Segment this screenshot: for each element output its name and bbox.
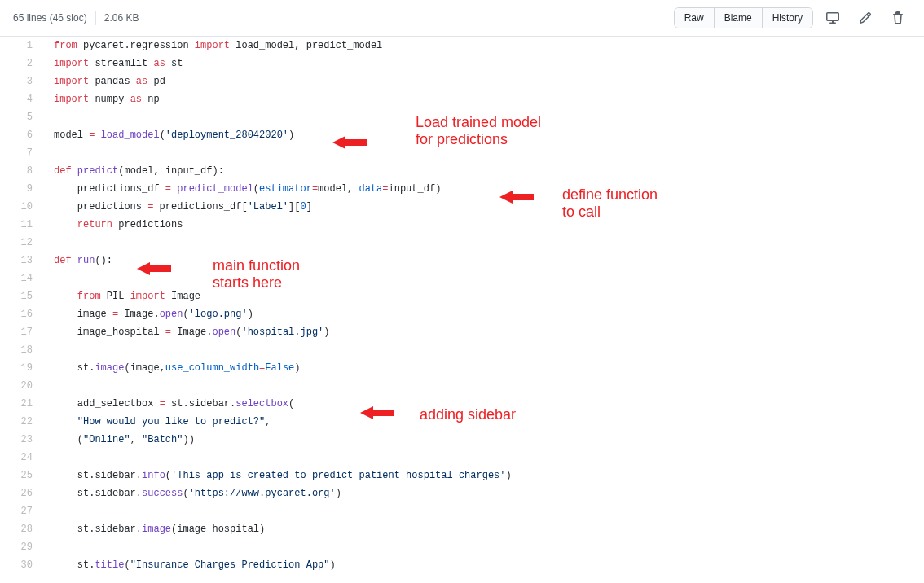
code-line: 29 bbox=[0, 538, 924, 556]
blame-button[interactable]: Blame bbox=[715, 8, 763, 28]
line-content[interactable]: predictions_df = predict_model(estimator… bbox=[41, 180, 441, 198]
line-number[interactable]: 30 bbox=[0, 556, 41, 574]
line-content[interactable] bbox=[41, 538, 54, 556]
line-content[interactable]: st.sidebar.success('https://www.pycaret.… bbox=[41, 484, 341, 502]
line-number[interactable]: 2 bbox=[0, 55, 41, 72]
code-line: 19 st.image(image,use_column_width=False… bbox=[0, 359, 924, 377]
code-line: 27 bbox=[0, 502, 924, 520]
line-number[interactable]: 1 bbox=[0, 37, 41, 55]
code-line: 20 bbox=[0, 377, 924, 395]
line-number[interactable]: 7 bbox=[0, 144, 41, 162]
line-content[interactable]: st.sidebar.image(image_hospital) bbox=[41, 520, 265, 538]
code-line: 3import pandas as pd bbox=[0, 72, 924, 90]
line-content[interactable] bbox=[41, 502, 54, 520]
line-count: 65 lines (46 sloc) bbox=[13, 12, 87, 24]
line-number[interactable]: 18 bbox=[0, 341, 41, 359]
line-content[interactable]: st.title("Insurance Charges Prediction A… bbox=[41, 556, 336, 574]
code-line: 26 st.sidebar.success('https://www.pycar… bbox=[0, 484, 924, 502]
line-number[interactable]: 25 bbox=[0, 467, 41, 484]
line-content[interactable] bbox=[41, 234, 54, 252]
line-content[interactable]: ("Online", "Batch")) bbox=[41, 431, 195, 449]
divider bbox=[95, 11, 96, 25]
line-content[interactable] bbox=[41, 108, 54, 126]
line-content[interactable]: image_hospital = Image.open('hospital.jp… bbox=[41, 323, 330, 341]
line-number[interactable]: 15 bbox=[0, 287, 41, 305]
line-number[interactable]: 13 bbox=[0, 252, 41, 270]
code-line: 18 bbox=[0, 341, 924, 359]
line-number[interactable]: 6 bbox=[0, 126, 41, 144]
pencil-icon[interactable] bbox=[852, 7, 878, 29]
line-content[interactable] bbox=[41, 270, 54, 287]
line-content[interactable] bbox=[41, 144, 54, 162]
line-number[interactable]: 14 bbox=[0, 270, 41, 287]
line-number[interactable]: 8 bbox=[0, 162, 41, 180]
line-content[interactable]: from PIL import Image bbox=[41, 287, 200, 305]
line-content[interactable]: import streamlit as st bbox=[41, 55, 183, 72]
line-number[interactable]: 26 bbox=[0, 484, 41, 502]
line-content[interactable]: st.image(image,use_column_width=False) bbox=[41, 359, 301, 377]
line-content[interactable]: return predictions bbox=[41, 216, 183, 234]
line-number[interactable]: 20 bbox=[0, 377, 41, 395]
line-number[interactable]: 10 bbox=[0, 198, 41, 216]
code-viewer: 1from pycaret.regression import load_mod… bbox=[0, 37, 924, 574]
code-line: 24 bbox=[0, 449, 924, 467]
file-info: 65 lines (46 sloc) 2.06 KB bbox=[13, 11, 139, 25]
code-line: 16 image = Image.open('logo.png') bbox=[0, 305, 924, 323]
line-number[interactable]: 24 bbox=[0, 449, 41, 467]
code-line: 21 add_selectbox = st.sidebar.selectbox( bbox=[0, 395, 924, 413]
code-line: 12 bbox=[0, 234, 924, 252]
code-line: 8def predict(model, input_df): bbox=[0, 162, 924, 180]
line-number[interactable]: 12 bbox=[0, 234, 41, 252]
line-content[interactable]: predictions = predictions_df['Label'][0] bbox=[41, 198, 312, 216]
line-number[interactable]: 29 bbox=[0, 538, 41, 556]
line-content[interactable]: import pandas as pd bbox=[41, 72, 165, 90]
line-content[interactable]: def predict(model, input_df): bbox=[41, 162, 224, 180]
code-line: 17 image_hospital = Image.open('hospital… bbox=[0, 323, 924, 341]
code-line: 22 "How would you like to predict?", bbox=[0, 413, 924, 431]
line-number[interactable]: 11 bbox=[0, 216, 41, 234]
desktop-icon[interactable] bbox=[820, 7, 846, 29]
code-line: 28 st.sidebar.image(image_hospital) bbox=[0, 520, 924, 538]
line-content[interactable]: model = load_model('deployment_28042020'… bbox=[41, 126, 294, 144]
code-line: 15 from PIL import Image bbox=[0, 287, 924, 305]
line-number[interactable]: 23 bbox=[0, 431, 41, 449]
raw-button[interactable]: Raw bbox=[675, 8, 715, 28]
code-line: 4import numpy as np bbox=[0, 90, 924, 108]
line-number[interactable]: 27 bbox=[0, 502, 41, 520]
line-content[interactable] bbox=[41, 449, 54, 467]
button-group: Raw Blame History bbox=[674, 7, 813, 28]
line-content[interactable] bbox=[41, 341, 54, 359]
line-number[interactable]: 16 bbox=[0, 305, 41, 323]
line-number[interactable]: 19 bbox=[0, 359, 41, 377]
line-number[interactable]: 9 bbox=[0, 180, 41, 198]
code-line: 30 st.title("Insurance Charges Predictio… bbox=[0, 556, 924, 574]
line-content[interactable]: add_selectbox = st.sidebar.selectbox( bbox=[41, 395, 294, 413]
history-button[interactable]: History bbox=[763, 8, 812, 28]
code-line: 11 return predictions bbox=[0, 216, 924, 234]
line-content[interactable]: image = Image.open('logo.png') bbox=[41, 305, 253, 323]
line-content[interactable]: def run(): bbox=[41, 252, 112, 270]
line-content[interactable] bbox=[41, 377, 54, 395]
code-line: 2import streamlit as st bbox=[0, 55, 924, 72]
line-content[interactable]: st.sidebar.info('This app is created to … bbox=[41, 467, 512, 484]
line-number[interactable]: 28 bbox=[0, 520, 41, 538]
line-content[interactable]: "How would you like to predict?", bbox=[41, 413, 271, 431]
code-line: 13def run(): bbox=[0, 252, 924, 270]
line-number[interactable]: 17 bbox=[0, 323, 41, 341]
code-line: 7 bbox=[0, 144, 924, 162]
code-line: 25 st.sidebar.info('This app is created … bbox=[0, 467, 924, 484]
code-line: 23 ("Online", "Batch")) bbox=[0, 431, 924, 449]
line-content[interactable]: from pycaret.regression import load_mode… bbox=[41, 37, 382, 55]
line-content[interactable]: import numpy as np bbox=[41, 90, 160, 108]
file-header: 65 lines (46 sloc) 2.06 KB Raw Blame His… bbox=[0, 0, 924, 37]
trash-icon[interactable] bbox=[885, 7, 911, 29]
code-line: 9 predictions_df = predict_model(estimat… bbox=[0, 180, 924, 198]
header-actions: Raw Blame History bbox=[674, 7, 911, 29]
file-size: 2.06 KB bbox=[104, 12, 139, 24]
line-number[interactable]: 3 bbox=[0, 72, 41, 90]
line-number[interactable]: 21 bbox=[0, 395, 41, 413]
line-number[interactable]: 22 bbox=[0, 413, 41, 431]
line-number[interactable]: 5 bbox=[0, 108, 41, 126]
line-number[interactable]: 4 bbox=[0, 90, 41, 108]
code-line: 10 predictions = predictions_df['Label']… bbox=[0, 198, 924, 216]
